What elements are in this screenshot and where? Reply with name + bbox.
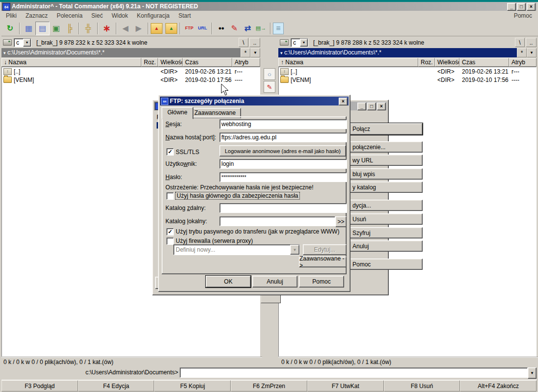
menu-siec[interactable]: Sieć (87, 11, 107, 20)
sync-dirs-icon[interactable]: ⇄ (241, 22, 254, 35)
ftp-details-titlebar[interactable]: 64 FTP: szczegóły połączenia × (160, 97, 349, 105)
left-root-button[interactable]: \ (239, 38, 248, 47)
left-header-time[interactable]: Czas (183, 58, 232, 67)
table-row[interactable]: ↑[..] <DIR> 2019-02-26 13:21 r--- (2, 67, 260, 76)
f6-move-button[interactable]: F6 ZmPrzen (231, 380, 307, 392)
remote-dir-input[interactable] (219, 203, 347, 213)
master-password-checkbox[interactable] (166, 192, 174, 200)
unpack-files-icon[interactable]: ▲ (165, 23, 177, 34)
f5-copy-button[interactable]: F5 Kopiuj (154, 380, 231, 392)
minimize-button[interactable]: _ (507, 3, 516, 11)
main-titlebar[interactable]: 64 Administrator^ - Total Commander (x64… (1, 2, 537, 11)
right-path-row: ▾ c:\Users\Administrator\Documents\*.* *… (278, 48, 537, 57)
menu-pliki[interactable]: Pliki (1, 11, 21, 20)
host-input[interactable] (219, 132, 347, 142)
browse-local-dir-button[interactable]: >> (335, 216, 347, 227)
refresh-icon[interactable]: ↻ (3, 22, 17, 35)
left-drive-combo[interactable]: c ▼ (14, 38, 31, 47)
cancel-button[interactable]: Anuluj (252, 276, 297, 287)
left-header-attr[interactable]: Atryb (232, 58, 260, 67)
advanced-button[interactable]: Zaawansowane -> (299, 257, 347, 267)
ok-button[interactable]: OK (206, 276, 251, 287)
right-header-name[interactable]: ↑ Nazwa (278, 58, 418, 67)
f7-mkdir-button[interactable]: F7 UtwKat (307, 380, 384, 392)
ftp-connect-icon[interactable]: FTP (183, 22, 196, 35)
right-drive-combo[interactable]: c ▼ (291, 38, 308, 47)
menu-pomoc[interactable]: Pomoc (510, 11, 537, 20)
right-header-ext[interactable]: Roz. (418, 58, 435, 67)
anonymous-login-button[interactable]: Logowanie anonimowe (adres e-mail jako h… (219, 145, 346, 157)
quick-edit-button[interactable]: ✎ (264, 81, 275, 93)
left-path-bar[interactable]: ▾ c:\Users\Administrator\Documents\*.* (1, 48, 241, 57)
firewall-checkbox[interactable] (166, 237, 174, 245)
passive-mode-checkbox[interactable]: ✓ (166, 228, 174, 235)
maximize-button[interactable]: □ (517, 3, 526, 11)
table-row[interactable]: [VENM] <DIR> 2019-02-10 17:56 ---- (2, 76, 260, 84)
right-header-attr[interactable]: Atryb (509, 58, 537, 67)
left-parent-button[interactable]: .. (249, 38, 260, 47)
close-button[interactable]: × (377, 103, 386, 110)
command-input[interactable] (180, 367, 528, 378)
ftp-url-icon[interactable]: URL (196, 22, 209, 35)
right-filter-button[interactable]: * (517, 48, 527, 57)
firewall-label: Użyj firewalla (serwera proxy) (176, 237, 253, 244)
left-header-ext[interactable]: Roz. (141, 58, 158, 67)
back-icon[interactable]: ◀ (119, 22, 132, 35)
proxy-combo-arrow-icon[interactable]: ▼ (290, 245, 299, 255)
close-button[interactable]: × (527, 3, 536, 11)
toolbar: ↻ ▦ ▤ ▣ ╠ ╬ ∗ ◀ ▶ ▲ ▲ FTP URL ●● ✎ ⇄ ▤→ … (1, 21, 538, 36)
proxy-combo[interactable]: Definiuj nowy... ▼ (173, 244, 300, 255)
local-dir-input[interactable] (219, 216, 335, 226)
right-parent-button[interactable]: .. (526, 38, 537, 47)
quick-view-button[interactable]: ○ (264, 68, 275, 80)
menu-zaznacz[interactable]: Zaznacz (21, 11, 52, 20)
user-input[interactable] (219, 159, 347, 169)
close-icon[interactable]: × (339, 98, 348, 105)
full-view-icon[interactable]: ▤ (35, 22, 50, 35)
right-path-bar[interactable]: ▾ c:\Users\Administrator\Documents\*.* (278, 48, 517, 57)
maximize-button[interactable]: □ (367, 103, 376, 110)
forward-icon[interactable]: ▶ (132, 22, 145, 35)
menu-konfiguracja[interactable]: Konfiguracja (133, 11, 174, 20)
right-root-button[interactable]: \ (515, 38, 525, 47)
table-row[interactable]: [VENM] <DIR> 2019-02-10 17:56 ---- (279, 76, 536, 84)
menu-polecenia[interactable]: Polecenia (52, 11, 87, 20)
toolbar-separator (270, 23, 270, 34)
drive-combo-arrow-icon[interactable]: ▼ (23, 39, 31, 47)
right-header-time[interactable]: Czas (459, 58, 509, 67)
tab-glowne[interactable]: Główne (161, 107, 193, 119)
menu-start[interactable]: Start (174, 11, 195, 20)
session-input[interactable] (219, 119, 347, 129)
left-history-button[interactable]: ▼ (250, 48, 260, 57)
table-row[interactable]: ↑[..] <DIR> 2019-02-26 13:21 r--- (279, 67, 536, 76)
menu-widok[interactable]: Widok (107, 11, 132, 20)
right-header-size[interactable]: Wielkość (435, 58, 459, 67)
tree-panel-icon[interactable]: ╬ (81, 22, 95, 35)
search-icon[interactable]: ●● (215, 22, 228, 35)
show-all-files-icon[interactable]: ∗ (100, 22, 113, 35)
left-header-size[interactable]: Wielkość (158, 58, 183, 67)
multi-rename-icon[interactable]: ✎ (228, 22, 241, 35)
left-header-name[interactable]: ↓ Nazwa (1, 58, 141, 67)
tree-view-icon[interactable]: ╠ (63, 22, 76, 35)
left-filter-button[interactable]: * (241, 48, 250, 57)
drive-combo-arrow-icon[interactable]: ▼ (300, 39, 308, 47)
right-column-headers: ↑ Nazwa Roz. Wielkość Czas Atryb (278, 58, 537, 67)
notepad-icon[interactable]: ≡ (273, 23, 284, 34)
pack-files-icon[interactable]: ▲ (151, 23, 162, 34)
thumbnails-view-icon[interactable]: ▣ (50, 22, 63, 35)
right-history-button[interactable]: ▼ (527, 48, 537, 57)
altf4-exit-button[interactable]: Alt+F4 Zakończ (460, 380, 537, 392)
copy-to-folder-icon[interactable]: ▤→ (254, 22, 268, 35)
app-icon: 64 (2, 3, 10, 11)
brief-view-icon[interactable]: ▦ (22, 22, 35, 35)
f3-view-button[interactable]: F3 Podgląd (1, 380, 78, 392)
f8-delete-button[interactable]: F8 Usuń (384, 380, 460, 392)
help-button[interactable]: Pomoc (299, 276, 344, 287)
password-input[interactable] (219, 172, 347, 182)
ssl-checkbox[interactable]: ✓ (166, 148, 174, 156)
command-history-arrow-icon[interactable]: ▼ (528, 367, 537, 379)
f4-edit-button[interactable]: F4 Edycja (78, 380, 155, 392)
edit-proxy-button[interactable]: Edytuj... (303, 244, 347, 255)
minimize-button[interactable]: _ (357, 103, 366, 110)
